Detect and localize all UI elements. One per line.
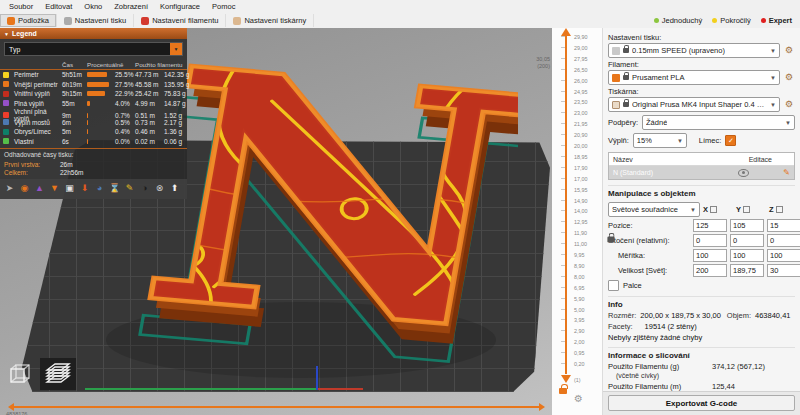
tool-changes-icon[interactable]: ⬇	[78, 182, 91, 195]
export-gcode-button[interactable]: Exportovat G-code	[608, 395, 795, 411]
menu-okno[interactable]: Okno	[78, 0, 108, 13]
infill-select[interactable]: 15% ▼	[633, 133, 687, 148]
manip-label: Velikost [Svět]:	[608, 266, 690, 275]
tick-mark	[561, 210, 565, 211]
print-settings-value: 0.15mm SPEED (upraveno)	[632, 46, 725, 55]
travels-icon[interactable]: ➤	[3, 182, 16, 195]
printer-value: Original Prusa MK4 Input Shaper 0.4 nozz…	[632, 100, 767, 109]
layer-slider-track[interactable]	[565, 36, 567, 374]
layer-slider-top-thumb[interactable]	[561, 28, 571, 36]
mode-expert[interactable]: Expert	[761, 16, 792, 25]
value-field-z[interactable]: 30	[767, 264, 800, 277]
inches-checkbox[interactable]	[608, 280, 619, 291]
menu-pomoc[interactable]: Pomoc	[206, 0, 241, 13]
value-field-y[interactable]: 189,75	[730, 264, 764, 277]
pause-prints-icon[interactable]: ⌛	[108, 182, 121, 195]
value-field-x[interactable]: 0	[693, 234, 727, 247]
color-changes-icon[interactable]: ◕	[93, 182, 106, 195]
legend-header[interactable]: ▼ Legend	[0, 28, 187, 39]
value-field-y[interactable]: 100	[730, 249, 764, 262]
facets-value: 19514 (2 stěny)	[645, 322, 697, 331]
view-mode-buttons	[2, 358, 76, 390]
object-list-header: Název Editace	[609, 153, 794, 166]
color-chip	[3, 72, 9, 78]
tick-mark	[561, 123, 565, 124]
min-layer-number: (1)	[574, 377, 581, 383]
gcode-move-slider[interactable]	[8, 403, 545, 411]
size-value: 200,00 x 189,75 x 30,00	[640, 311, 720, 320]
value-field-y[interactable]: 105	[730, 219, 764, 232]
menu-zobrazeni[interactable]: Zobrazení	[108, 0, 154, 13]
tick-mark	[561, 200, 565, 201]
seams-icon[interactable]: ▣	[63, 182, 76, 195]
supports-select[interactable]: Žádné ▼	[642, 115, 795, 130]
value-field-z[interactable]: 15	[767, 219, 800, 232]
lock-icon	[623, 102, 629, 107]
value-field-z[interactable]: 100	[767, 249, 800, 262]
print-settings-select[interactable]: 0.15mm SPEED (upraveno) ▼	[608, 43, 780, 58]
feature-length: 47.73 m	[135, 71, 162, 78]
manipulation-title: Manipulace s objektem	[608, 185, 795, 198]
printer-gear-icon[interactable]: ⚙	[783, 98, 795, 111]
axis-icon	[743, 206, 750, 213]
layer-slider-strip: 29,9029,0027,9526,5026,0024,9523,5023,00…	[552, 28, 602, 415]
tick-mark	[561, 156, 565, 157]
slider-gear-icon[interactable]: ⚙	[574, 394, 583, 404]
deretractions-icon[interactable]: ▼	[48, 182, 61, 195]
mode-dot-icon	[712, 18, 717, 23]
feature-time: 6m	[62, 119, 85, 126]
slicing-row: Použito Filamentu (m)125,44	[608, 382, 795, 391]
chevron-down-icon: ▼	[170, 43, 182, 55]
object-row[interactable]: N (Standard)✎	[609, 166, 794, 179]
visibility-eye-icon[interactable]	[738, 169, 749, 177]
tab-nastaveni-tisku[interactable]: Nastavení tisku	[57, 14, 134, 27]
mode-pokrocily[interactable]: Pokročilý	[712, 16, 750, 25]
tick-label: 15,95	[574, 187, 588, 193]
tick-mark	[561, 112, 565, 113]
value-field-y[interactable]: 0	[730, 234, 764, 247]
custom-gcodes-icon[interactable]: ✎	[123, 182, 136, 195]
retractions-icon[interactable]: ▲	[33, 182, 46, 195]
bar-cell	[87, 71, 113, 78]
printer-select[interactable]: Original Prusa MK4 Input Shaper 0.4 nozz…	[608, 97, 780, 112]
menu-editovat[interactable]: Editovat	[39, 0, 78, 13]
view-layers-button[interactable]	[40, 358, 76, 390]
tool-marker-icon[interactable]: ⊗	[153, 182, 166, 195]
feature-weight: 1.36 g	[164, 128, 194, 135]
wipe-icon[interactable]: ◉	[18, 182, 31, 195]
viewport-3d[interactable]: N N N N N	[0, 28, 552, 415]
edit-icon[interactable]: ✎	[783, 168, 790, 177]
mode-jednoduchy[interactable]: Jednoduchý	[654, 16, 702, 25]
slider-right-arrow-icon[interactable]	[539, 403, 545, 411]
info-title: Info	[608, 296, 795, 309]
slider-track[interactable]	[12, 406, 541, 408]
slider-lock-icon[interactable]	[559, 388, 567, 394]
view-3d-button[interactable]	[2, 358, 38, 390]
print-settings-gear-icon[interactable]: ⚙	[783, 44, 795, 57]
tab-podlozka[interactable]: Podložka	[0, 14, 57, 27]
tab-nastaveni-filamentu[interactable]: Nastavení filamentu	[134, 14, 226, 27]
brim-checkbox[interactable]: ✓	[725, 135, 736, 146]
menu-soubor[interactable]: Soubor	[3, 0, 39, 13]
legend-type-select[interactable]: Typ ▼	[4, 42, 183, 56]
menu-konfigurace[interactable]: Konfigurace	[154, 0, 206, 13]
tab-nastaveni-tiskarny[interactable]: Nastavení tiskárny	[226, 14, 314, 27]
value-field-x[interactable]: 125	[693, 219, 727, 232]
value-field-x[interactable]: 200	[693, 264, 727, 277]
tick-label: 29,90	[574, 34, 588, 40]
filament-gear-icon[interactable]: ⚙	[783, 71, 795, 84]
value-field-x[interactable]: 100	[693, 249, 727, 262]
tick-mark	[561, 58, 565, 59]
filament-select[interactable]: Prusament PLA ▼	[608, 70, 780, 85]
value-field-z[interactable]: 0	[767, 234, 800, 247]
axis-letter: Z	[769, 205, 774, 214]
first-layer-label: První vrstva:	[4, 161, 56, 168]
legend-pin-icon[interactable]: ⬆	[168, 182, 181, 195]
tab-bar: PodložkaNastavení tiskuNastavení filamen…	[0, 13, 800, 29]
axis-z-line	[316, 366, 318, 390]
uniform-scale-lock-icon[interactable]	[608, 235, 614, 244]
shells-icon[interactable]: ◑	[138, 182, 151, 195]
layer-slider-bottom-thumb[interactable]	[561, 375, 571, 383]
slicing-row: Použito Filamentu (g)(včetně cívky)374,1…	[608, 362, 795, 380]
coord-system-select[interactable]: Světové souřadnice ▼	[608, 202, 700, 217]
